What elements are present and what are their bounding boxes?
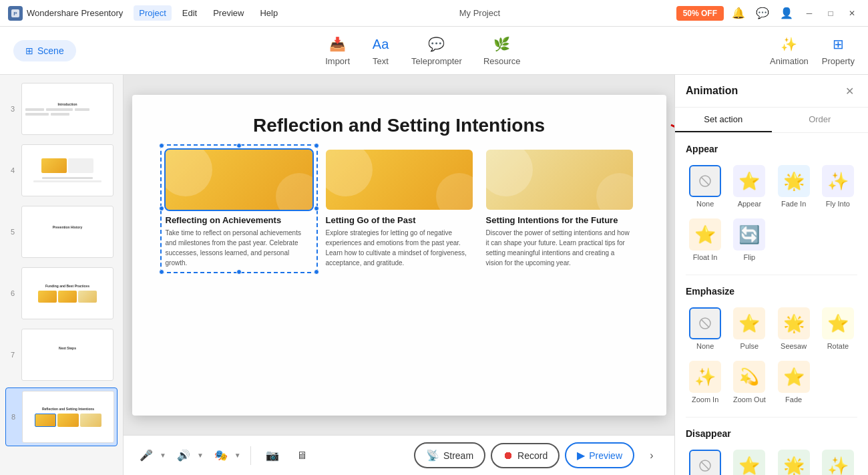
disappear-none[interactable]: None — [686, 447, 724, 475]
slide-card-3[interactable]: Setting Intentions for the Future Discov… — [486, 150, 633, 268]
emphasize-seesaw[interactable]: 🌟 Seesaw — [775, 305, 813, 353]
emphasize-rotate[interactable]: ⭐ Rotate — [819, 305, 857, 353]
effects-dropdown[interactable]: ▼ — [234, 452, 241, 459]
emphasize-grid: None ⭐ Pulse 🌟 Seesaw ⭐ Rotate — [686, 305, 857, 406]
toolbar-right: ✨ Animation ⊞ Property — [770, 35, 855, 66]
appear-none[interactable]: None — [686, 162, 724, 210]
slide-item-4[interactable]: 4 — [5, 142, 118, 199]
appear-none-icon — [689, 165, 721, 197]
disappear-none-icon — [689, 450, 721, 475]
slide-item-8[interactable]: 8 Reflection and Setting Intentions — [5, 387, 118, 446]
panel-header: Animation ✕ — [675, 75, 868, 108]
card-title-1: Reflecting on Achievements — [166, 215, 312, 225]
notifications-icon[interactable]: 🔔 — [729, 4, 748, 23]
mic-dropdown[interactable]: ▼ — [160, 452, 166, 459]
scene-button[interactable]: ⊞ Scene — [13, 40, 76, 61]
camera-button[interactable]: 📷 — [260, 444, 284, 468]
slide-panel: 3 Introduction — [0, 75, 124, 475]
emphasize-fade-icon: ⭐ — [778, 361, 810, 393]
toolbar-animation[interactable]: ✨ Animation — [770, 35, 809, 66]
disappear-section-title: Disappear — [686, 428, 857, 439]
speaker-dropdown[interactable]: ▼ — [197, 452, 204, 459]
emphasize-fade[interactable]: ⭐ Fade — [775, 358, 813, 406]
toolbar-resource[interactable]: 🌿 Resource — [483, 35, 521, 66]
divider-1 — [250, 446, 251, 465]
slide-thumb-7: Next Steps — [21, 329, 114, 381]
toolbar-teleprompter[interactable]: 💬 Teleprompter — [411, 35, 462, 66]
chat-icon[interactable]: 💬 — [753, 4, 772, 23]
promo-button[interactable]: 50% OFF — [676, 6, 724, 21]
menu-project[interactable]: Project — [134, 5, 171, 21]
effects-button[interactable]: 🎭 — [209, 444, 233, 468]
menu-edit[interactable]: Edit — [177, 5, 202, 21]
panel-close-button[interactable]: ✕ — [841, 83, 857, 99]
effects-section: 🎭 ▼ — [209, 444, 241, 468]
disappear-disappear-icon: ⭐ — [733, 450, 765, 475]
slide-thumb-5: Prevention History — [21, 206, 114, 258]
emphasize-none[interactable]: None — [686, 305, 724, 353]
preview-button[interactable]: ▶ Preview — [565, 442, 634, 468]
emphasize-zoomin-label: Zoom In — [692, 395, 718, 404]
emphasize-pulse[interactable]: ⭐ Pulse — [730, 305, 769, 353]
canvas-wrapper[interactable]: Reflection and Setting Intentions — [124, 75, 674, 435]
record-button[interactable]: ⏺ Record — [491, 443, 560, 468]
slide-item-6[interactable]: 6 Funding and Best Practices — [5, 265, 118, 322]
emphasize-zoomin[interactable]: ✨ Zoom In — [686, 358, 724, 406]
toolbar-property[interactable]: ⊞ Property — [822, 35, 855, 66]
record-icon: ⏺ — [503, 450, 513, 462]
appear-flip[interactable]: 🔄 Flip — [730, 216, 769, 264]
slide-item-5[interactable]: 5 Prevention History — [5, 203, 118, 261]
tab-set-action[interactable]: Set action — [675, 108, 772, 132]
appear-fadein-label: Fade In — [781, 200, 806, 208]
minimize-button[interactable]: ─ — [801, 5, 817, 21]
appear-flyinto[interactable]: ✨ Fly Into — [819, 162, 857, 210]
close-button[interactable]: ✕ — [844, 5, 860, 21]
panel-content: Appear None ⭐ Appear 🌟 Fade In — [675, 133, 868, 475]
disappear-disappear[interactable]: ⭐ Disappear — [730, 447, 769, 475]
text-icon: Aa — [371, 35, 390, 53]
appear-appear[interactable]: ⭐ Appear — [730, 162, 769, 210]
card-title-2: Letting Go of the Past — [326, 215, 473, 225]
emphasize-zoomout[interactable]: 💫 Zoom Out — [730, 358, 769, 406]
mic-button[interactable]: 🎤 — [134, 444, 158, 468]
slide-card-1[interactable]: Reflecting on Achievements Take time to … — [166, 150, 312, 268]
appear-floatin[interactable]: ⭐ Float In — [686, 216, 724, 264]
slide-card-2[interactable]: Letting Go of the Past Explore strategie… — [326, 150, 473, 268]
maximize-button[interactable]: □ — [823, 5, 839, 21]
slide-item-3[interactable]: 3 Introduction — [5, 80, 118, 138]
project-title: My Project — [288, 8, 670, 18]
stream-button[interactable]: 📡 Stream — [414, 442, 485, 468]
slide-title: Reflection and Setting Intentions — [132, 95, 666, 150]
menu-help[interactable]: Help — [254, 5, 283, 21]
stream-icon: 📡 — [426, 449, 439, 462]
emphasize-zoomout-icon: 💫 — [733, 361, 765, 393]
property-icon: ⊞ — [829, 35, 847, 53]
toolbar-import[interactable]: 📥 Import — [325, 35, 350, 66]
tab-order[interactable]: Order — [772, 108, 869, 132]
account-icon[interactable]: 👤 — [777, 4, 796, 23]
handle-bl[interactable] — [159, 269, 164, 275]
next-button[interactable]: › — [640, 444, 664, 468]
disappear-flyout[interactable]: ✨ Fly Out — [819, 447, 857, 475]
handle-mr[interactable] — [314, 206, 319, 211]
speaker-section: 🔊 ▼ — [172, 444, 204, 468]
card-text-1: Take time to reflect on personal achieve… — [166, 228, 312, 268]
emphasize-fade-label: Fade — [785, 395, 802, 404]
svg-line-3 — [671, 125, 674, 168]
app-logo-icon: P — [8, 6, 23, 21]
slide-canvas[interactable]: Reflection and Setting Intentions — [132, 95, 666, 416]
screen-button[interactable]: 🖥 — [290, 444, 314, 468]
emphasize-zoomin-icon: ✨ — [689, 361, 721, 393]
divider-emphasize-disappear — [686, 417, 857, 418]
slide-item-7[interactable]: 7 Next Steps — [5, 326, 118, 383]
handle-br[interactable] — [314, 269, 319, 275]
appear-fadein[interactable]: 🌟 Fade In — [775, 162, 813, 210]
slide-thumb-8: Reflection and Setting Intentions — [22, 391, 114, 443]
speaker-button[interactable]: 🔊 — [172, 444, 196, 468]
menu-preview[interactable]: Preview — [208, 5, 249, 21]
disappear-fadeout[interactable]: 🌟 Fade Out — [775, 447, 813, 475]
handle-bm[interactable] — [236, 269, 242, 275]
toolbar-text[interactable]: Aa Text — [371, 35, 390, 66]
emphasize-pulse-icon: ⭐ — [733, 307, 765, 339]
handle-ml[interactable] — [159, 206, 164, 211]
